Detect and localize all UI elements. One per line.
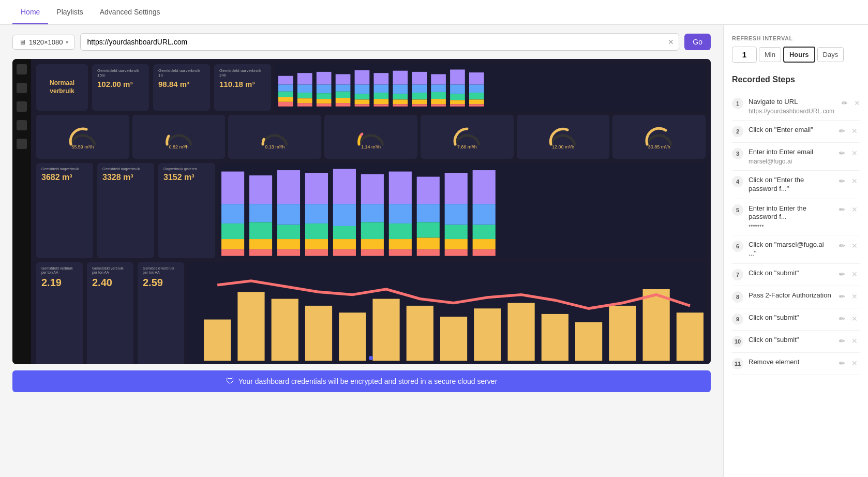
step-delete-button-10[interactable]: ✕: [849, 336, 860, 346]
svg-rect-41: [431, 84, 446, 92]
step-actions-1: ✏ ✕: [840, 98, 862, 108]
svg-rect-111: [407, 306, 433, 361]
step-content-11: Remove element: [749, 358, 832, 367]
svg-rect-38: [412, 99, 427, 104]
step-edit-button-6[interactable]: ✏: [837, 241, 847, 251]
step-title-2: Click on "Enter email": [749, 126, 832, 135]
svg-rect-6: [297, 84, 312, 93]
step-delete-button-6[interactable]: ✕: [849, 241, 860, 251]
step-title-3: Enter into Enter email: [749, 148, 832, 157]
go-button[interactable]: Go: [684, 34, 711, 50]
step-edit-button-7[interactable]: ✏: [837, 269, 847, 279]
gauge-5: 7.66 m³/h: [421, 115, 514, 159]
step-delete-button-8[interactable]: ✕: [849, 291, 860, 302]
svg-rect-106: [237, 292, 264, 361]
svg-rect-95: [445, 173, 468, 204]
gauge-3: 0.13 m³/h: [228, 115, 321, 159]
svg-rect-3: [278, 97, 293, 102]
svg-rect-104: [473, 249, 496, 256]
step-delete-button-1[interactable]: ✕: [852, 98, 862, 108]
middle-chart-svg: [221, 165, 704, 256]
refresh-hours-button[interactable]: Hours: [783, 47, 815, 63]
svg-rect-20: [355, 70, 370, 85]
svg-rect-19: [336, 103, 351, 107]
step-item-8: 8 Pass 2-Factor Authorization ✏ ✕: [732, 286, 860, 308]
sidebar-icon-grid: [17, 64, 27, 74]
step-edit-button-1[interactable]: ✏: [840, 98, 850, 108]
url-clear-button[interactable]: ✕: [668, 38, 674, 46]
svg-rect-39: [412, 104, 427, 106]
metric-dagverbruik-gisteren: Dagverbruik gisteren 3152 m³: [158, 163, 215, 258]
url-input[interactable]: [80, 33, 679, 51]
step-edit-button-10[interactable]: ✏: [837, 336, 847, 346]
ton-2-value: 2.40: [92, 277, 128, 289]
svg-rect-77: [333, 226, 356, 239]
svg-rect-112: [440, 317, 467, 361]
tab-home[interactable]: Home: [12, 1, 48, 24]
svg-rect-90: [417, 177, 440, 204]
metric-dagverbruik-1: Gemiddeld dagverbruik 3682 m³: [36, 163, 93, 258]
step-delete-button-4[interactable]: ✕: [849, 176, 860, 186]
tab-playlists[interactable]: Playlists: [48, 1, 91, 24]
refresh-number-input[interactable]: [732, 47, 757, 63]
resolution-selector[interactable]: 🖥 1920×1080 ▾: [12, 35, 75, 50]
sidebar-icon-bell: [17, 101, 27, 112]
refresh-days-button[interactable]: Days: [817, 47, 844, 62]
svg-rect-99: [445, 249, 468, 256]
step-edit-button-3[interactable]: ✏: [837, 148, 847, 158]
refresh-controls: Min Hours Days: [732, 47, 860, 63]
step-actions-7: ✏ ✕: [837, 269, 860, 279]
carousel-indicator: [369, 356, 373, 360]
svg-rect-75: [333, 169, 356, 204]
svg-rect-67: [277, 225, 300, 239]
step-title-11: Remove element: [749, 358, 832, 367]
svg-rect-43: [431, 99, 446, 104]
step-edit-button-5[interactable]: ✏: [837, 204, 847, 215]
metric-ton-2: Gemiddeld verbruik per ton AA 2.40: [87, 262, 133, 364]
sidebar-icon-chart: [17, 83, 27, 93]
step-item-7: 7 Click on "submit" ✏ ✕: [732, 264, 860, 286]
chevron-down-icon: ▾: [66, 39, 68, 45]
svg-rect-76: [333, 204, 356, 226]
refresh-interval-label: REFRESH INTERVAL: [732, 35, 860, 41]
gauge-4-value: 1.14 m³/h: [361, 144, 381, 150]
step-num-6: 6: [732, 241, 743, 252]
step-edit-button-8[interactable]: ✏: [837, 291, 847, 302]
step-delete-button-3[interactable]: ✕: [849, 148, 860, 158]
gauge-6: 12.00 m³/h: [517, 115, 610, 159]
step-edit-button-11[interactable]: ✏: [837, 358, 847, 368]
refresh-min-button[interactable]: Min: [759, 47, 781, 62]
step-edit-button-4[interactable]: ✏: [837, 176, 847, 186]
step-num-8: 8: [732, 291, 743, 303]
metric-1h-label: Gemiddeld uurverbruik 1h: [158, 68, 205, 78]
svg-rect-55: [221, 172, 244, 204]
svg-rect-0: [278, 76, 293, 85]
svg-rect-45: [450, 69, 465, 84]
metric-1h: Gemiddeld uurverbruik 1h 98.84 m³: [153, 64, 210, 111]
step-actions-10: ✏ ✕: [837, 336, 860, 346]
svg-rect-2: [278, 92, 293, 97]
svg-rect-110: [372, 299, 399, 361]
svg-rect-13: [317, 99, 332, 103]
step-delete-button-11[interactable]: ✕: [849, 358, 860, 368]
step-delete-button-9[interactable]: ✕: [849, 314, 860, 324]
step-subtitle-5: •••••••: [749, 222, 832, 230]
step-content-7: Click on "submit": [749, 269, 832, 278]
step-edit-button-9[interactable]: ✏: [837, 314, 847, 324]
svg-rect-92: [417, 222, 440, 237]
step-edit-button-2[interactable]: ✏: [837, 126, 847, 136]
svg-rect-71: [305, 204, 328, 223]
svg-rect-29: [374, 104, 389, 106]
metric-normaal-verbruik: Normaalverbruik: [36, 64, 88, 111]
svg-rect-26: [374, 84, 389, 93]
svg-rect-40: [431, 74, 446, 84]
metric-dagverbruik-2: Gemiddeld dagverbruik 3328 m³: [97, 163, 154, 258]
dagverbruik-gisteren-label: Dagverbruik gisteren: [163, 167, 210, 171]
svg-rect-84: [361, 249, 384, 256]
step-content-10: Click on "submit": [749, 336, 832, 345]
step-delete-button-7[interactable]: ✕: [849, 269, 860, 279]
tab-advanced-settings[interactable]: Advanced Settings: [92, 1, 169, 24]
svg-rect-86: [389, 204, 412, 223]
step-delete-button-5[interactable]: ✕: [849, 204, 860, 215]
step-delete-button-2[interactable]: ✕: [849, 126, 860, 136]
